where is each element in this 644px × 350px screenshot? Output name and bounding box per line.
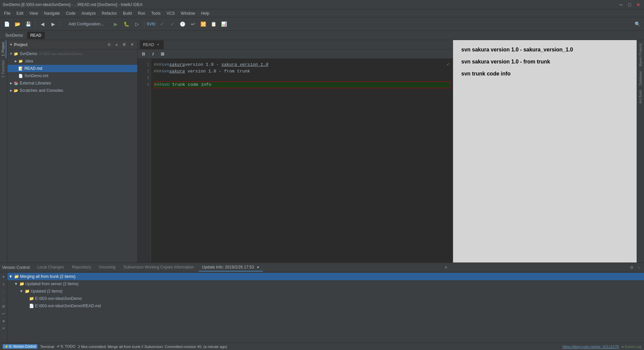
menu-window[interactable]: Window: [178, 10, 198, 16]
tree-item-iml[interactable]: ▶ 📄 SvnDemo.iml: [7, 72, 137, 79]
svn-revert-btn[interactable]: ↩: [188, 19, 198, 29]
tree-root-item[interactable]: ▼ 📁 SvnDemo E:\003-svn-idea\SvnDemo: [7, 50, 137, 57]
menu-analyze[interactable]: Analyze: [79, 10, 99, 16]
minimize-button[interactable]: ─: [618, 2, 624, 8]
bottom-strip-expand-btn[interactable]: ▼: [0, 274, 7, 280]
bottom-tab-local-changes[interactable]: Local Changes: [34, 264, 67, 272]
format-italic-btn[interactable]: I: [149, 50, 157, 58]
right-tab-database[interactable]: Database: [638, 69, 643, 88]
project-collapse-btn[interactable]: ≡: [113, 41, 120, 48]
bottom-settings-btn[interactable]: ⚙: [629, 265, 635, 271]
toolbar-back-btn[interactable]: ◀: [38, 19, 47, 29]
format-table-btn[interactable]: ⊞: [158, 50, 166, 58]
bottom-strip-close-btn[interactable]: ✕: [0, 325, 7, 332]
vc-svndemo-folder-label: E:\003-svn-idea\SvnDemo: [35, 296, 82, 301]
menu-run[interactable]: Run: [135, 10, 148, 16]
toolbar-sep-3: [144, 21, 144, 27]
tree-root-arrow: ▼: [9, 51, 13, 56]
vc-updated-icon: 📁: [25, 289, 30, 294]
tree-item-extlibs[interactable]: ▶ 📚 External Libraries: [7, 79, 137, 87]
project-dropdown-arrow[interactable]: ▼: [9, 43, 13, 46]
close-button[interactable]: ✕: [635, 2, 641, 8]
sidebar-v-tab-favorites[interactable]: 2: Favorites: [1, 58, 6, 79]
project-settings-btn[interactable]: ⚙: [121, 41, 128, 48]
svn-patch-btn[interactable]: 📋: [209, 19, 218, 29]
line-numbers: 1 2 3 4: [138, 59, 151, 262]
event-log-btn[interactable]: ● Event Log: [622, 345, 641, 349]
vc-root-arrow: ▼: [9, 274, 13, 279]
vc-tab-btn[interactable]: ⚡ 6: Version Control: [3, 344, 37, 349]
bottom-strip-up-btn[interactable]: ↑: [0, 288, 7, 295]
nav-tab-svndemo[interactable]: SvnDemo: [2, 32, 26, 39]
toolbar-run-btn[interactable]: ▶: [111, 19, 120, 29]
toolbar-open-btn[interactable]: 📂: [13, 19, 22, 29]
vc-updated-label: Updated (2 items): [31, 289, 62, 294]
vc-tree-root[interactable]: ▼ 📁 Merging all from trunk (2 items): [7, 273, 644, 280]
toolbar-forward-btn[interactable]: ▶: [48, 19, 58, 29]
toolbar-run-config-btn[interactable]: Add Configuration...: [63, 19, 110, 29]
editor-tab-label: READ: [143, 42, 154, 47]
toolbar-search-everywhere-btn[interactable]: 🔍: [633, 19, 642, 29]
vc-server-arrow: ▼: [14, 282, 18, 286]
update-info-dropdown[interactable]: ▼: [257, 266, 260, 269]
scratches-label: Scratches and Consoles: [20, 88, 63, 93]
tree-item-readme[interactable]: ▶ 📝 READ.md: [7, 65, 137, 72]
code-editor[interactable]: ### svn sakura version 1.0 - sakura_vers…: [151, 59, 453, 262]
editor-tab-close-btn[interactable]: ✕: [156, 42, 160, 47]
toolbar-coverage-btn[interactable]: ▷: [132, 19, 142, 29]
code-line-1: ### svn sakura version 1.0 - sakura_vers…: [154, 61, 450, 68]
menu-tools[interactable]: Tools: [149, 10, 163, 16]
bottom-tab-svn-info[interactable]: Subversion Working Copies Information: [120, 264, 197, 272]
menu-edit[interactable]: Edit: [14, 10, 26, 16]
bottom-strip-star-btn[interactable]: ★: [0, 318, 7, 324]
svn-toolbar: SVN: ✓ ✓ 🕐 ↩ 🔀 📋 📊: [147, 19, 229, 29]
svn-branch-btn[interactable]: 🔀: [199, 19, 208, 29]
nav-tab-read[interactable]: READ: [27, 32, 45, 39]
menu-view[interactable]: View: [27, 10, 41, 16]
status-url[interactable]: https://blog.csdn.net/qq_32112175: [562, 345, 619, 349]
menu-vcs[interactable]: VCS: [164, 10, 178, 16]
menu-code[interactable]: Code: [63, 10, 78, 16]
vc-tree-svndemo-folder[interactable]: ▶ 📁 E:\003-svn-idea\SvnDemo: [7, 295, 644, 302]
bottom-tab-incoming[interactable]: Incoming: [96, 264, 119, 272]
bottom-left-strip: ▼ ≡ ↑ ↓ ⊞ ↩ ★ ✕: [0, 272, 7, 343]
terminal-tab-btn[interactable]: Terminal: [40, 345, 54, 349]
toolbar-new-btn[interactable]: 📄: [2, 19, 11, 29]
menu-build[interactable]: Build: [120, 10, 135, 16]
restore-button[interactable]: □: [627, 2, 633, 8]
vc-tree-updated-server[interactable]: ▼ 📁 Updated from server (2 items): [7, 280, 644, 288]
menu-help[interactable]: Help: [198, 10, 212, 16]
svn-commit-btn[interactable]: ✓: [168, 19, 177, 29]
menu-refactor[interactable]: Refactor: [99, 10, 120, 16]
vc-tree-readme-file[interactable]: ▶ 📄 E:\003-svn-idea\SvnDemo\READ.md: [7, 302, 644, 310]
bottom-strip-filter-btn[interactable]: ≡: [0, 281, 7, 288]
svn-extra-btn[interactable]: 📊: [219, 19, 229, 29]
bottom-tab-repository[interactable]: Repository: [68, 264, 94, 272]
svn-update-btn[interactable]: ✓: [157, 19, 167, 29]
menu-file[interactable]: File: [1, 10, 13, 16]
editor-tab-read[interactable]: READ ✕: [140, 40, 164, 49]
vc-tree-updated[interactable]: ▼ 📁 Updated (2 items): [7, 288, 644, 295]
root-folder-icon: 📁: [13, 51, 19, 56]
tree-item-idea[interactable]: ▶ 📁 .idea: [7, 57, 137, 65]
todo-tab-btn[interactable]: ✔ 6: TODO: [57, 344, 75, 349]
bottom-close-btn[interactable]: ✕: [443, 265, 449, 271]
bottom-tab-update-info[interactable]: Update Info: 2019/2/26 17:53 ▼: [199, 264, 263, 272]
nav-tab-svndemo-label: SvnDemo: [5, 33, 23, 38]
right-tab-ant[interactable]: Ant Build: [638, 88, 643, 106]
format-bold-btn[interactable]: B: [140, 50, 148, 58]
bottom-strip-down-btn[interactable]: ↓: [0, 296, 7, 302]
bottom-strip-revert-btn[interactable]: ↩: [0, 310, 7, 317]
preview-line-2: svn sakura version 1.0 - from trunk: [461, 59, 629, 65]
toolbar-save-btn[interactable]: 💾: [23, 19, 33, 29]
svn-history-btn[interactable]: 🕐: [178, 19, 187, 29]
sidebar-v-tab-project[interactable]: 1: Project: [1, 40, 6, 58]
right-tab-maven[interactable]: Maven Projects: [638, 41, 643, 68]
bottom-minimize-btn[interactable]: ─: [636, 265, 642, 271]
tree-item-scratches[interactable]: ▶ 📂 Scratches and Consoles: [7, 87, 137, 94]
menu-navigate[interactable]: Navigate: [41, 10, 62, 16]
project-sync-btn[interactable]: ⊙: [106, 41, 112, 48]
toolbar-debug-btn[interactable]: 🐛: [122, 19, 131, 29]
bottom-strip-diff-btn[interactable]: ⊞: [0, 303, 7, 310]
project-hide-btn[interactable]: ✕: [129, 41, 135, 48]
